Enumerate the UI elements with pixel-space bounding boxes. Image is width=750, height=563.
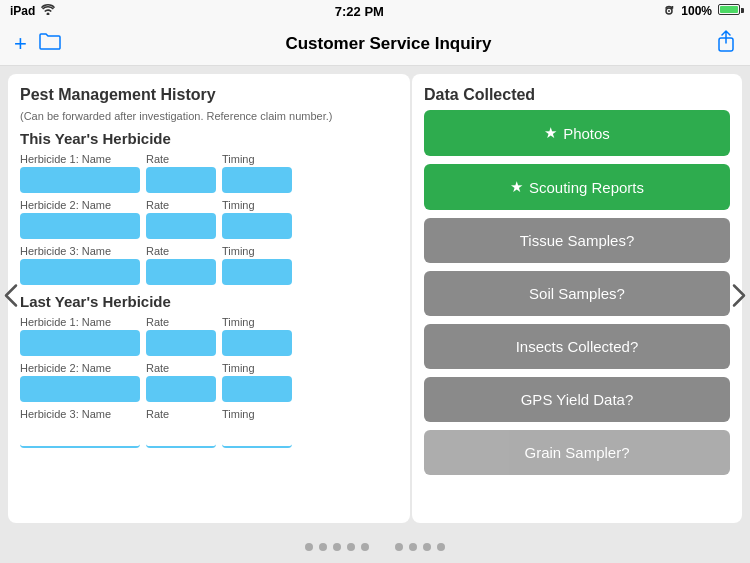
photos-button-label: Photos [563,125,610,142]
herb-last2-rate-input[interactable] [146,376,216,402]
folder-button[interactable] [39,32,61,55]
herb1-name-label: Herbicide 1: Name [20,153,140,165]
herb-last3-rate-label: Rate [146,408,216,420]
right-panel: Data Collected ★ Photos ★ Scouting Repor… [412,74,742,523]
herbicide-last-row-3: Herbicide 3: Name Rate Timing [20,408,398,448]
this-year-title: This Year's Herbicide [20,130,398,147]
status-left: iPad [10,4,55,18]
nav-left-buttons: + [14,31,61,57]
scouting-reports-label: Scouting Reports [529,179,644,196]
soil-samples-button[interactable]: Soil Samples? [424,271,730,316]
herb-last1-name-label: Herbicide 1: Name [20,316,140,328]
add-button[interactable]: + [14,31,27,57]
main-content: Pest Management History (Can be forwarde… [0,66,750,531]
page-dots [0,531,750,563]
dot-3[interactable] [333,543,341,551]
rotation-lock-icon [663,3,675,20]
status-time: 7:22 PM [335,4,384,19]
herb-last1-rate-input[interactable] [146,330,216,356]
nav-right-buttons [716,30,736,57]
herb2-name-input[interactable] [20,213,140,239]
herb-last2-name-input[interactable] [20,376,140,402]
herb3-name-label: Herbicide 3: Name [20,245,140,257]
herb2-rate-label: Rate [146,199,216,211]
left-panel-subtitle: (Can be forwarded after investigation. R… [20,110,398,122]
prev-arrow[interactable] [2,281,20,316]
photos-star-icon: ★ [544,124,557,142]
gps-yield-button[interactable]: GPS Yield Data? [424,377,730,422]
herbicide-last-row-1: Herbicide 1: Name Rate Timing [20,316,398,356]
herb3-rate-input[interactable] [146,259,216,285]
herb-last2-timing-label: Timing [222,362,292,374]
herb1-timing-input[interactable] [222,167,292,193]
herbicide-last-row-2: Herbicide 2: Name Rate Timing [20,362,398,402]
next-arrow[interactable] [730,281,748,316]
herb2-name-label: Herbicide 2: Name [20,199,140,211]
herbicide-row-2: Herbicide 2: Name Rate Timing [20,199,398,239]
left-panel-title: Pest Management History [20,86,398,104]
herb-last1-timing-label: Timing [222,316,292,328]
battery-label: 100% [681,4,712,18]
page-title: Customer Service Inquiry [285,34,491,54]
herb3-timing-label: Timing [222,245,292,257]
dot-9[interactable] [437,543,445,551]
herbicide-row-3: Herbicide 3: Name Rate Timing [20,245,398,285]
herb-last1-name-input[interactable] [20,330,140,356]
herb-last3-timing-label: Timing [222,408,292,420]
herb-last1-rate-label: Rate [146,316,216,328]
dot-6[interactable] [395,543,403,551]
grain-sampler-button[interactable]: Grain Sampler? [424,430,730,475]
herb2-rate-input[interactable] [146,213,216,239]
left-panel: Pest Management History (Can be forwarde… [8,74,410,523]
dot-5[interactable] [361,543,369,551]
herb1-rate-label: Rate [146,153,216,165]
herb3-name-input[interactable] [20,259,140,285]
herb-last1-timing-input[interactable] [222,330,292,356]
dot-2[interactable] [319,543,327,551]
wifi-icon [41,4,55,18]
device-label: iPad [10,4,35,18]
herb-last2-timing-input[interactable] [222,376,292,402]
herb-last3-timing-input[interactable] [222,422,292,448]
herb1-name-input[interactable] [20,167,140,193]
share-button[interactable] [716,34,736,56]
herb-last3-name-label: Herbicide 3: Name [20,408,140,420]
herb-last2-name-label: Herbicide 2: Name [20,362,140,374]
herbicide-row-1: Herbicide 1: Name Rate Timing [20,153,398,193]
herb1-rate-input[interactable] [146,167,216,193]
svg-point-3 [668,10,670,12]
dot-8[interactable] [423,543,431,551]
tissue-samples-button[interactable]: Tissue Samples? [424,218,730,263]
herb-last2-rate-label: Rate [146,362,216,374]
navigation-bar: + Customer Service Inquiry [0,22,750,66]
herb1-timing-label: Timing [222,153,292,165]
herb-last3-rate-input[interactable] [146,422,216,448]
right-panel-title: Data Collected [424,86,730,104]
battery-icon [718,4,740,18]
data-buttons-list: ★ Photos ★ Scouting Reports Tissue Sampl… [424,110,730,475]
insects-collected-button[interactable]: Insects Collected? [424,324,730,369]
scouting-reports-button[interactable]: ★ Scouting Reports [424,164,730,210]
herb2-timing-input[interactable] [222,213,292,239]
status-right: 100% [663,3,740,20]
scouting-star-icon: ★ [510,178,523,196]
dot-4[interactable] [347,543,355,551]
herb2-timing-label: Timing [222,199,292,211]
herb-last3-name-input[interactable] [20,422,140,448]
dot-1[interactable] [305,543,313,551]
last-year-title: Last Year's Herbicide [20,293,398,310]
dot-7[interactable] [409,543,417,551]
herb3-rate-label: Rate [146,245,216,257]
herb3-timing-input[interactable] [222,259,292,285]
photos-button[interactable]: ★ Photos [424,110,730,156]
status-bar: iPad 7:22 PM 100% [0,0,750,22]
